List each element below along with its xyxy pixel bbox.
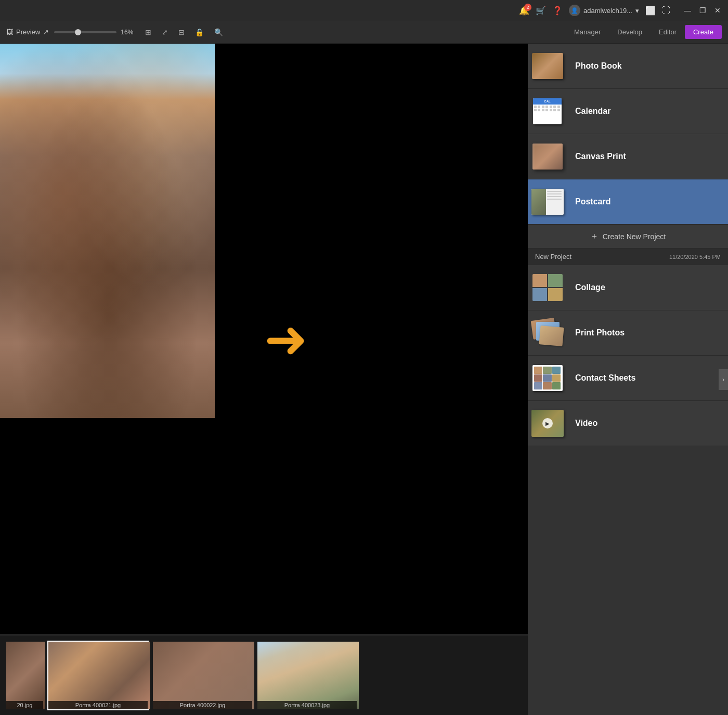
photo-book-thumbnail [528,44,567,88]
postcard-line [547,191,562,192]
fit-icon[interactable]: ⊞ [142,27,154,38]
filmstrip-item[interactable]: 20.jpg [5,641,44,710]
thumb-collage-image [532,274,563,301]
thumb-contact-image [532,365,563,391]
develop-nav[interactable]: Develop [609,25,651,39]
postcard-line [547,199,562,200]
zoom-slider[interactable] [54,31,116,33]
collage-thumbnail [528,265,567,310]
monitor-icon[interactable]: ⬜ [645,6,656,16]
filmstrip-item[interactable]: Portra 400023.jpg [256,641,358,710]
contact-cell [534,374,543,382]
notification-badge: 2 [524,4,531,11]
create-panel: Photo Book CAL Calendar [528,44,728,715]
create-item-calendar[interactable]: CAL Calendar [528,89,728,134]
thumb-video-image: ▶ [531,410,564,437]
contact-cell [543,382,552,389]
create-item-photo-book[interactable]: Photo Book [528,44,728,89]
calendar-label: Calendar [567,107,728,116]
editor-nav[interactable]: Editor [651,25,685,39]
fullfit-icon[interactable]: ⤢ [159,27,171,38]
thumb-label: Portra 400022.jpg [153,701,252,709]
collage-cell [532,288,547,301]
video-label: Video [567,419,728,428]
thumb-label: Portra 400021.jpg [48,701,148,709]
notification-icon[interactable]: 🔔 2 [519,6,529,16]
image-area: ➜ [0,44,528,634]
zoom-label: 16% [121,29,137,36]
image-icon: 🖼 [6,28,13,36]
restore-button[interactable]: ❐ [697,5,708,16]
split-icon[interactable]: ⊟ [176,27,187,38]
thumb-label: 20.jpg [6,701,43,709]
thumb-image [153,642,254,709]
canvas-print-thumbnail [528,134,567,179]
thumb-image [257,642,359,709]
calendar-thumbnail: CAL [528,89,567,134]
create-item-contact-sheets[interactable]: Contact Sheets [528,356,728,401]
minimize-button[interactable]: — [682,5,693,16]
contact-cell [543,367,552,374]
filmstrip-item[interactable]: Portra 400021.jpg [47,641,149,710]
contact-cell [552,367,561,374]
calendar-top: CAL [533,98,562,105]
create-item-canvas-print[interactable]: Canvas Print [528,134,728,179]
collage-label: Collage [567,283,728,292]
preview-panel: ➜ 20.jpg Portra 400021.jpg Portra 400022… [0,44,528,715]
postcard-label: Postcard [567,197,728,206]
create-nav[interactable]: Create [685,25,722,39]
postcard-photo [531,189,546,215]
plus-icon: ＋ [590,231,599,242]
cart-icon[interactable]: 🛒 [536,6,546,16]
collage-cell [548,288,563,301]
zoom-slider-container: 16% [54,29,137,36]
thumb-image [48,642,150,709]
rock-texture-overlay [0,44,215,418]
contact-cell [543,374,552,382]
titlebar: 🔔 2 🛒 ❓ 👤 adamlwelch19... ▾ ⬜ ⛶ — ❐ ✕ [0,0,728,21]
thumb-prints-image [532,319,563,346]
contact-sheets-thumbnail [528,356,567,400]
filmstrip: 20.jpg Portra 400021.jpg Portra 400022.j… [0,634,528,715]
postcard-section: ＋ Create New Project New Project 11/20/2… [528,225,728,265]
canvas-print-label: Canvas Print [567,152,728,161]
zoom-reset-icon[interactable]: 🔍 [212,27,226,38]
thumb-label: Portra 400023.jpg [257,701,357,709]
contact-sheets-label: Contact Sheets [567,373,728,383]
create-item-postcard[interactable]: Postcard [528,179,728,225]
project-row[interactable]: New Project 11/20/2020 5:45 PM [528,249,728,265]
print-photos-label: Print Photos [567,328,728,337]
toolbar: 🖼 Preview ↗ 16% ⊞ ⤢ ⊟ 🔒 🔍 Manager Develo… [0,21,728,44]
user-menu[interactable]: 👤 adamlwelch19... ▾ [569,5,639,16]
contact-cell [552,382,561,389]
collage-cell [548,274,563,287]
thumb-book-image [532,53,563,79]
create-item-collage[interactable]: Collage [528,265,728,310]
panel-scroll-arrow[interactable]: › [719,369,728,390]
lock-icon[interactable]: 🔒 [192,27,206,38]
thumb-postcard-image [531,189,564,215]
external-link-icon[interactable]: ↗ [43,28,49,36]
manager-nav[interactable]: Manager [566,25,609,39]
toolbar-left: 🖼 Preview ↗ 16% ⊞ ⤢ ⊟ 🔒 🔍 [6,27,566,38]
filmstrip-item[interactable]: Portra 400022.jpg [152,641,253,710]
create-new-label: Create New Project [603,232,666,241]
close-button[interactable]: ✕ [712,5,723,16]
calendar-body [533,105,562,112]
thumb-image [6,642,45,709]
fullscreen-icon[interactable]: ⛶ [662,6,670,15]
project-date: 11/20/2020 5:45 PM [669,254,721,260]
preview-label: Preview [16,28,40,36]
create-item-video[interactable]: ▶ Video [528,401,728,446]
video-thumbnail: ▶ [528,401,567,446]
create-new-project-button[interactable]: ＋ Create New Project [528,225,728,249]
play-button-icon: ▶ [542,418,553,428]
help-icon[interactable]: ❓ [552,6,563,16]
postcard-lines [546,189,563,202]
preview-section: 🖼 Preview ↗ [6,28,49,36]
thumb-calendar-image: CAL [533,98,562,124]
contact-cell [552,374,561,382]
main-photo [0,44,215,418]
contact-cell [534,382,543,389]
create-item-print-photos[interactable]: Print Photos [528,310,728,356]
